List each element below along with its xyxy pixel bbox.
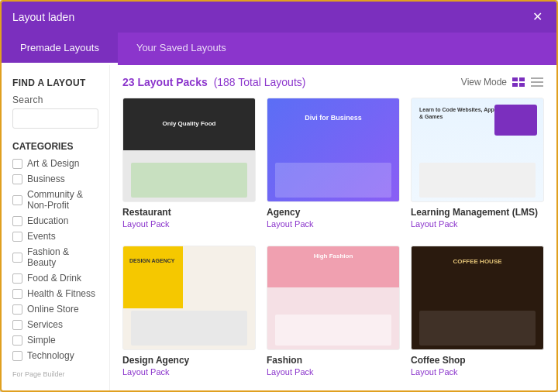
layout-card-coffee-shop[interactable]: Coffee Shop Layout Pack	[411, 246, 544, 383]
thumbnail-fashion	[267, 246, 400, 350]
category-list: Art & Design Business Community & Non-Pr…	[12, 158, 98, 361]
category-label-art: Art & Design	[27, 158, 79, 169]
category-label-business: Business	[27, 174, 65, 184]
thumb-yellow-block	[123, 246, 183, 308]
layout-name-coffee-shop: Coffee Shop	[411, 355, 544, 366]
category-checkbox-education[interactable]	[12, 216, 22, 226]
thumbnail-restaurant	[122, 98, 256, 202]
category-checkbox-food[interactable]	[12, 273, 22, 284]
svg-rect-2	[512, 83, 518, 87]
thumbnail-lms	[411, 98, 544, 202]
category-item-simple[interactable]: Simple	[12, 335, 98, 346]
category-checkbox-services[interactable]	[12, 320, 22, 330]
category-checkbox-business[interactable]	[12, 174, 22, 184]
layout-name-lms: Learning Management (LMS)	[411, 207, 544, 218]
layout-type-fashion: Layout Pack	[267, 367, 400, 377]
close-button[interactable]: ✕	[529, 9, 546, 25]
main-header: 23 Layout Packs (188 Total Layouts) View…	[122, 76, 544, 88]
category-item-services[interactable]: Services	[12, 319, 98, 330]
layout-card-restaurant[interactable]: Restaurant Layout Pack	[122, 98, 256, 235]
category-label-community: Community & Non-Profit	[27, 189, 98, 211]
category-label-fashion: Fashion & Beauty	[27, 246, 98, 268]
sidebar-footer: For Page Builder	[12, 370, 98, 378]
thumbnail-agency	[267, 98, 400, 202]
category-item-technology[interactable]: Technology	[12, 350, 98, 361]
category-item-education[interactable]: Education	[12, 215, 98, 226]
layout-name-agency: Agency	[267, 207, 400, 218]
layout-count: 23 Layout Packs (188 Total Layouts)	[122, 76, 305, 88]
category-checkbox-community[interactable]	[12, 195, 22, 205]
thumbnail-coffee	[411, 246, 544, 350]
view-mode-controls: View Mode	[461, 77, 544, 88]
category-label-services: Services	[27, 319, 63, 330]
svg-rect-4	[531, 77, 543, 79]
search-input[interactable]	[12, 108, 98, 129]
thumb-sub-fashion	[275, 315, 391, 346]
find-layout-title: Find A Layout	[12, 77, 98, 88]
thumbnail-design-agency	[122, 246, 256, 350]
category-item-food[interactable]: Food & Drink	[12, 273, 98, 284]
sidebar: Find A Layout Search Categories Art & De…	[2, 65, 110, 390]
thumb-sub-design	[131, 311, 247, 346]
search-label: Search	[12, 95, 98, 105]
category-item-community[interactable]: Community & Non-Profit	[12, 189, 98, 211]
categories-title: Categories	[12, 141, 98, 152]
category-checkbox-online[interactable]	[12, 304, 22, 315]
category-label-events: Events	[27, 231, 56, 242]
category-label-technology: Technology	[27, 350, 74, 361]
category-label-education: Education	[27, 215, 68, 226]
tab-bar: Premade Layouts Your Saved Layouts	[2, 33, 556, 65]
view-mode-label: View Mode	[461, 77, 507, 88]
tab-premade[interactable]: Premade Layouts	[2, 33, 118, 65]
category-label-online: Online Store	[27, 304, 79, 315]
layout-type-design-agency: Layout Pack	[122, 367, 256, 377]
grid-view-icon[interactable]	[512, 77, 525, 88]
layout-type-agency: Layout Pack	[267, 219, 400, 229]
window-title: Layout laden	[12, 11, 74, 23]
layout-card-fashion[interactable]: Fashion Layout Pack	[267, 246, 400, 383]
category-label-food: Food & Drink	[27, 273, 81, 284]
layout-name-design-agency: Design Agency	[122, 355, 256, 366]
thumb-sub-coffee	[419, 311, 536, 346]
thumb-laptop-lms	[494, 105, 537, 136]
category-item-business[interactable]: Business	[12, 174, 98, 184]
pack-count: 23 Layout Packs	[122, 76, 208, 88]
main-content: 23 Layout Packs (188 Total Layouts) View…	[110, 65, 556, 390]
category-checkbox-art[interactable]	[12, 159, 22, 169]
category-checkbox-fashion[interactable]	[12, 253, 22, 263]
category-item-fashion[interactable]: Fashion & Beauty	[12, 246, 98, 268]
category-checkbox-health[interactable]	[12, 289, 22, 299]
svg-rect-3	[519, 83, 525, 87]
svg-rect-1	[519, 77, 525, 81]
layout-card-design-agency[interactable]: Design Agency Layout Pack	[122, 246, 256, 383]
layout-name-restaurant: Restaurant	[122, 207, 256, 218]
list-view-icon[interactable]	[530, 77, 544, 88]
category-checkbox-events[interactable]	[12, 232, 22, 242]
layout-type-coffee-shop: Layout Pack	[411, 367, 544, 377]
layout-card-lms[interactable]: Learning Management (LMS) Layout Pack	[411, 98, 544, 235]
modal-window: Layout laden ✕ Premade Layouts Your Save…	[0, 0, 558, 392]
body: Find A Layout Search Categories Art & De…	[2, 65, 556, 390]
category-checkbox-technology[interactable]	[12, 351, 22, 361]
category-item-art[interactable]: Art & Design	[12, 158, 98, 169]
title-bar: Layout laden ✕	[2, 2, 556, 33]
category-item-events[interactable]: Events	[12, 231, 98, 242]
layouts-grid: Restaurant Layout Pack Agency Layout Pac…	[122, 98, 544, 383]
category-label-health: Health & Fitness	[27, 288, 95, 299]
category-checkbox-simple[interactable]	[12, 335, 22, 346]
category-item-online[interactable]: Online Store	[12, 304, 98, 315]
layout-card-agency[interactable]: Agency Layout Pack	[267, 98, 400, 235]
layout-name-fashion: Fashion	[267, 355, 400, 366]
layout-type-restaurant: Layout Pack	[122, 219, 256, 229]
thumb-sub-lms	[419, 163, 536, 198]
category-item-health[interactable]: Health & Fitness	[12, 288, 98, 299]
layout-type-lms: Layout Pack	[411, 219, 544, 229]
total-count: (188 Total Layouts)	[214, 76, 306, 88]
svg-rect-5	[531, 81, 543, 83]
thumb-sub-agency	[275, 163, 391, 198]
category-label-simple: Simple	[27, 335, 56, 346]
svg-rect-6	[531, 85, 543, 87]
tab-saved[interactable]: Your Saved Layouts	[118, 33, 245, 65]
svg-rect-0	[512, 77, 518, 81]
thumb-sub-restaurant	[131, 163, 247, 198]
